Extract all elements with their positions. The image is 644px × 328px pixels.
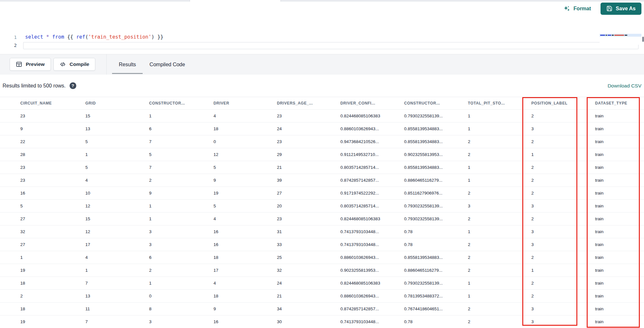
minimap-code-mark (612, 35, 614, 36)
table-cell: 2 (468, 191, 531, 196)
editor-scrollbar[interactable] (642, 37, 644, 42)
table-cell: 2 (149, 268, 213, 273)
table-cell: 25 (277, 255, 340, 260)
table-cell: 39 (277, 178, 340, 183)
table-cell: 32 (277, 268, 340, 273)
table-cell: 2 (468, 268, 531, 273)
compile-button-label: Compile (70, 61, 89, 67)
table-row: 231514230.8244680851063830.7930232558139… (0, 110, 644, 123)
results-toolbar: Preview Compile ResultsCompiled Code (0, 54, 644, 75)
code-token: from (52, 34, 64, 40)
table-cell: 33 (277, 242, 340, 247)
table-cell: 3 (149, 242, 213, 247)
code-editor[interactable]: 1 2 select * from {{ ref('train_test_pos… (0, 15, 644, 54)
table-cell: 0.8860465116279... (404, 178, 468, 183)
minimap-code-mark (625, 35, 627, 36)
table-cell: 1 (468, 178, 531, 183)
table-cell: 2 (468, 306, 531, 311)
table-cell: 4 (213, 216, 277, 221)
table-cell: train (595, 229, 644, 234)
table-cell: 13 (85, 126, 149, 131)
table-cell: 7 (149, 139, 213, 144)
table-cell: train (595, 191, 644, 196)
table-cell: 6 (149, 126, 213, 131)
table-cell: 18 (213, 255, 277, 260)
table-cell: 1 (20, 255, 85, 260)
table-cell: 0.7413793103448... (340, 319, 404, 324)
table-cell: 1 (149, 281, 213, 286)
table-cell: 27 (20, 216, 85, 221)
table-cell: train (595, 319, 644, 324)
table-cell: 0 (213, 139, 277, 144)
table-cell: 7 (85, 319, 149, 324)
results-table: CIRCUIT_NAMEGRIDCONSTRUCTOR...DRIVERDRIV… (0, 97, 644, 328)
code-token (43, 34, 46, 40)
table-cell: 2 (468, 242, 531, 247)
table-row: 181189340.8742857142857...0.767441860465… (0, 303, 644, 315)
table-cell: 2 (531, 255, 595, 260)
save-as-button[interactable]: Save As (601, 3, 641, 15)
table-cell: 2 (468, 216, 531, 221)
table-row: 18714240.8244680851063830.7930232558139.… (0, 277, 644, 290)
preview-button-label: Preview (26, 61, 45, 67)
download-csv-link[interactable]: Download CSV (608, 75, 641, 97)
tab-compiled-code[interactable]: Compiled Code (143, 54, 192, 75)
table-cell: 0.9023255813953... (340, 268, 404, 273)
table-cell: 2 (468, 139, 531, 144)
table-cell: 0.78 (404, 319, 468, 324)
table-cell: 2 (531, 178, 595, 183)
compile-button[interactable]: Compile (53, 58, 95, 71)
table-cell: 19 (213, 191, 277, 196)
table-row: 197316300.7413793103448...0.7823train (0, 315, 644, 328)
format-button[interactable]: Format (563, 5, 591, 12)
code-token: ( (85, 34, 88, 40)
table-row: 23575210.8035714285714...0.8558139534883… (0, 161, 644, 174)
active-line-highlight (23, 42, 639, 49)
table-cell: train (595, 204, 644, 208)
code-line-1: select * from {{ ref('train_test_positio… (25, 34, 163, 40)
table-cell: 4 (85, 255, 149, 260)
table-cell: 4 (213, 281, 277, 286)
line-number: 1 (8, 35, 17, 40)
table-cell: 29 (277, 152, 340, 157)
minimap-code-mark (600, 35, 605, 36)
table-cell: 2 (531, 216, 595, 221)
preview-button[interactable]: Preview (10, 58, 51, 71)
table-cell: 3 (468, 204, 531, 208)
table-cell: 17 (213, 268, 277, 273)
table-cell: 0.8860103626943... (340, 126, 404, 131)
table-cell: 11 (85, 306, 149, 311)
table-cell: 9 (149, 191, 213, 196)
save-icon (606, 5, 612, 12)
editor-minimap[interactable] (600, 32, 641, 45)
minimap-code-mark (614, 35, 624, 36)
table-cell: train (595, 306, 644, 311)
results-info: Results limited to 500 rows. ? (3, 75, 76, 97)
editor-header-bar: Format Save As (0, 2, 644, 15)
table-cell: 2 (531, 114, 595, 118)
table-cell: 24 (277, 126, 340, 131)
results-info-bar: Results limited to 500 rows. ? Download … (0, 75, 644, 97)
table-cell: 20 (277, 204, 340, 208)
table-cell: 7 (149, 165, 213, 170)
table-cell: 17 (85, 242, 149, 247)
table-cell: 3 (531, 319, 595, 324)
header-cell: CONSTRUCTOR... (149, 101, 213, 105)
table-cell: train (595, 126, 644, 131)
code-token: ref (76, 34, 85, 40)
table-cell: 2 (531, 281, 595, 286)
table-cell: 0.8860103626943... (340, 255, 404, 260)
table-cell: 5 (85, 139, 149, 144)
table-cell: 0.7930232558139... (404, 281, 468, 286)
table-cell: 1 (149, 114, 213, 118)
table-cell: 2 (468, 255, 531, 260)
help-circle-icon[interactable]: ? (70, 82, 76, 89)
tab-results[interactable]: Results (112, 54, 143, 75)
table-cell: 5 (20, 204, 85, 208)
table-row: 2717316330.7413793103448...0.7823train (0, 238, 644, 251)
table-cell: 0.9473684210526... (340, 139, 404, 144)
code-token: 'train_test_position' (88, 34, 151, 40)
sparkles-icon (563, 5, 570, 12)
table-cell: train (595, 165, 644, 170)
table-cell: 0.7413793103448... (340, 242, 404, 247)
